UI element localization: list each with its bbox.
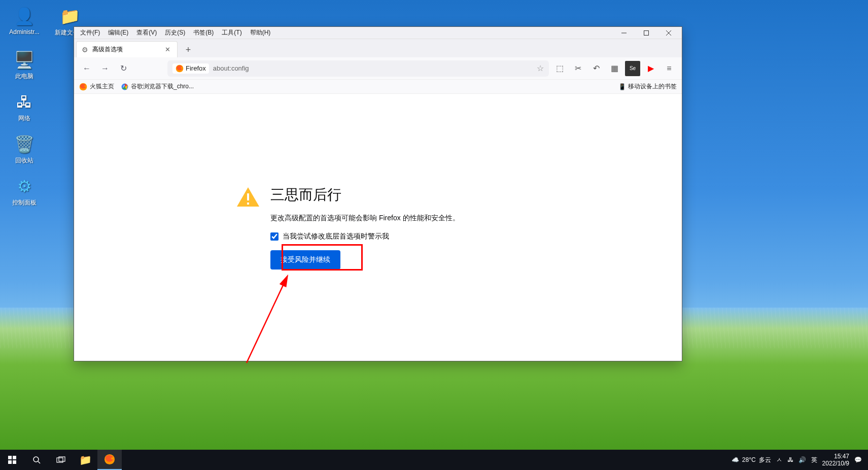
taskbar-clock[interactable]: 15:47 2022/10/9 (822, 453, 849, 467)
mobile-bookmarks-icon: 📱 (618, 83, 626, 90)
extension-icon[interactable]: ✂ (570, 61, 585, 76)
volume-tray-icon[interactable]: 🔊 (798, 456, 806, 463)
tab-title: 高级首选项 (92, 45, 123, 54)
svg-rect-10 (247, 203, 249, 205)
taskbar: 📁 ☁️ 28°C 多云 ㅅ 🖧 🔊 英 15:47 2022/10/9 💬 (0, 450, 868, 470)
desktop-icon-label: 控制面板 (5, 198, 44, 207)
svg-line-12 (247, 277, 287, 363)
menu-history[interactable]: 历史(S) (161, 27, 189, 38)
start-button[interactable] (0, 450, 24, 470)
grid-icon[interactable]: ▦ (607, 61, 622, 76)
warning-checkbox-row[interactable]: 当我尝试修改底层首选项时警示我 (270, 232, 520, 241)
warning-triangle-icon (236, 185, 260, 210)
desktop-icon-recycle-bin[interactable]: 🗑️ 回收站 (5, 133, 44, 165)
svg-rect-19 (57, 458, 63, 462)
chrome-icon (121, 83, 128, 90)
firefox-taskbar[interactable] (97, 450, 122, 470)
user-icon: 👤 (5, 5, 44, 27)
youtube-icon[interactable]: ▶ (643, 61, 658, 76)
firefox-icon (79, 83, 87, 91)
gear-icon: ⚙ (82, 46, 88, 54)
back-button[interactable]: ← (79, 61, 94, 76)
svg-rect-1 (644, 30, 649, 35)
weather-condition: 多云 (759, 456, 771, 464)
page-content: 三思而后行 更改高级配置的首选项可能会影响 Firefox 的性能和安全性。 当… (74, 94, 682, 361)
bookmark-chrome-download[interactable]: 谷歌浏览器下载_chro... (121, 82, 194, 91)
ime-indicator[interactable]: 英 (811, 456, 817, 464)
control-panel-icon: ⚙ (5, 175, 44, 197)
address-bar: ← → ↻ Firefox about:config ☆ ⬚ ✂ ↶ ▦ Se … (74, 57, 682, 80)
bookmark-label: 谷歌浏览器下载_chro... (131, 82, 194, 91)
folder-icon: 📁 (79, 454, 92, 466)
menu-view[interactable]: 查看(V) (132, 27, 161, 38)
clock-time: 15:47 (822, 453, 849, 460)
weather-widget[interactable]: ☁️ 28°C 多云 (732, 456, 771, 464)
clock-date: 2022/10/9 (822, 460, 849, 467)
weather-temp: 28°C (742, 456, 756, 463)
window-close-button[interactable] (657, 27, 680, 39)
menu-help[interactable]: 帮助(H) (246, 27, 275, 38)
menubar: 文件(F) 编辑(E) 查看(V) 历史(S) 书签(B) 工具(T) 帮助(H… (74, 27, 682, 39)
url-text: about:config (213, 64, 249, 72)
forward-button[interactable]: → (97, 61, 113, 76)
desktop-icon-administrator[interactable]: 👤 Administr... (5, 5, 44, 37)
save-to-pocket-icon[interactable]: ⬚ (552, 61, 567, 76)
desktop-icon-label: 网络 (5, 114, 44, 123)
svg-rect-9 (247, 193, 249, 200)
hamburger-menu-icon[interactable]: ≡ (662, 61, 677, 76)
svg-line-18 (38, 461, 40, 463)
window-maximize-button[interactable] (635, 27, 657, 39)
network-icon: 🖧 (5, 91, 44, 113)
mobile-bookmarks-label[interactable]: 移动设备上的书签 (628, 82, 677, 91)
bookmark-star-icon[interactable]: ☆ (537, 63, 544, 73)
menu-tools[interactable]: 工具(T) (218, 27, 246, 38)
bookmark-label: 火狐主页 (90, 82, 114, 91)
desktop-icon-this-pc[interactable]: 🖥️ 此电脑 (5, 49, 44, 81)
window-minimize-button[interactable] (613, 27, 635, 39)
about-config-warning: 三思而后行 更改高级配置的首选项可能会影响 Firefox 的性能和安全性。 当… (236, 185, 520, 270)
new-tab-button[interactable]: + (181, 42, 196, 57)
back-arrow-icon[interactable]: ↶ (588, 61, 604, 76)
identity-label: Firefox (186, 64, 206, 72)
network-tray-icon[interactable]: 🖧 (787, 456, 793, 463)
folder-icon: 📁 (51, 5, 89, 27)
firefox-icon (176, 64, 184, 73)
svg-rect-15 (8, 460, 12, 464)
computer-icon: 🖥️ (5, 49, 44, 71)
desktop-icon-label: 此电脑 (5, 72, 44, 81)
desktop-icon-control-panel[interactable]: ⚙ 控制面板 (5, 175, 44, 207)
menu-edit[interactable]: 编辑(E) (104, 27, 132, 38)
search-button[interactable] (24, 450, 49, 470)
tab-close-button[interactable]: ✕ (163, 45, 172, 54)
task-view-button[interactable] (49, 450, 73, 470)
warn-checkbox-label: 当我尝试修改底层首选项时警示我 (283, 232, 389, 241)
tab-bar: ⚙ 高级首选项 ✕ + (74, 39, 682, 57)
bookmark-firefox-home[interactable]: 火狐主页 (79, 82, 114, 91)
menu-bookmarks[interactable]: 书签(B) (189, 27, 218, 38)
desktop-icon-network[interactable]: 🖧 网络 (5, 91, 44, 123)
tray-chevron-icon[interactable]: ㅅ (776, 456, 782, 464)
svg-rect-13 (8, 456, 12, 459)
warning-description: 更改高级配置的首选项可能会影响 Firefox 的性能和安全性。 (270, 214, 520, 223)
svg-rect-20 (59, 457, 65, 461)
firefox-icon (104, 454, 115, 465)
annotation-arrow (241, 266, 363, 368)
desktop-icon-label: Administr... (5, 28, 44, 36)
selenium-icon[interactable]: Se (625, 61, 640, 76)
menu-file[interactable]: 文件(F) (76, 27, 104, 38)
site-identity[interactable]: Firefox (172, 63, 209, 74)
svg-rect-14 (13, 456, 16, 459)
accept-risk-button[interactable]: 接受风险并继续 (270, 250, 340, 270)
firefox-window: 文件(F) 编辑(E) 查看(V) 历史(S) 书签(B) 工具(T) 帮助(H… (74, 26, 682, 361)
svg-point-17 (33, 457, 39, 462)
desktop-icon-label: 回收站 (5, 156, 44, 165)
file-explorer-taskbar[interactable]: 📁 (73, 450, 97, 470)
reload-button[interactable]: ↻ (116, 61, 131, 76)
warning-title: 三思而后行 (270, 185, 520, 205)
url-input[interactable]: Firefox about:config ☆ (167, 60, 549, 77)
tab-active[interactable]: ⚙ 高级首选项 ✕ (76, 41, 178, 57)
warn-checkbox[interactable] (270, 232, 279, 241)
trash-icon: 🗑️ (5, 133, 44, 155)
notification-tray-icon[interactable]: 💬 (854, 456, 862, 463)
svg-rect-16 (13, 460, 16, 464)
